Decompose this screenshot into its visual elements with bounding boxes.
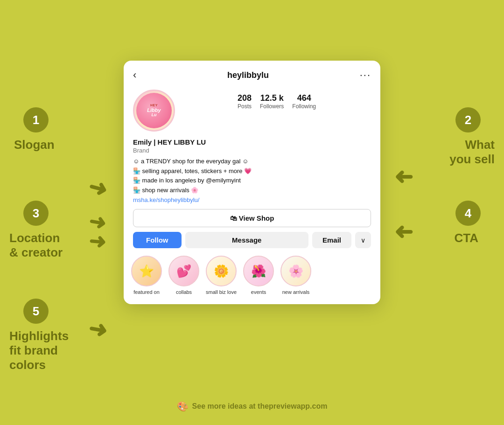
action-buttons: Follow Message Email ∨: [133, 232, 371, 248]
posts-label: Posts: [238, 103, 252, 110]
cta-label: CTA: [454, 231, 478, 245]
slogan-label: Slogan: [14, 138, 55, 152]
avatar: HEY Libby Lu: [133, 90, 175, 132]
bio-name: Emily | HEY LIBBY LU: [133, 138, 371, 146]
bio-line-1: ☺ a TRENDY shop for the everyday gal ☺: [133, 157, 371, 166]
phone-mockup: ‹ heylibbylu ··· HEY Libby Lu 208 Posts …: [124, 61, 380, 304]
bio-line-3: 🏪 made in los angeles by @emilymyint: [133, 176, 371, 185]
bottom-credit-text: See more ideas at thepreviewapp.com: [192, 402, 328, 411]
stat-posts: 208 Posts: [238, 93, 252, 110]
profile-username: heylibbylu: [227, 70, 269, 80]
badge-3: 3: [23, 201, 49, 226]
more-options-button[interactable]: ···: [360, 69, 371, 81]
highlight-smallbiz-circle: 🌼: [206, 256, 237, 286]
back-button[interactable]: ‹: [133, 69, 136, 81]
arrow-4-icon: ➜: [394, 218, 413, 244]
highlight-featured-on-label: featured on: [133, 289, 160, 295]
highlight-small-biz-love[interactable]: 🌼 small biz love: [206, 256, 237, 295]
highlight-smallbiz-label: small biz love: [206, 289, 237, 295]
phone-topbar: ‹ heylibbylu ···: [124, 61, 380, 86]
profile-section: HEY Libby Lu 208 Posts 12.5 k Followers …: [124, 86, 380, 137]
bio-line-4: 🏪 shop new arrivals 🌸: [133, 186, 371, 195]
stat-followers: 12.5 k Followers: [260, 93, 284, 110]
followers-count: 12.5 k: [260, 93, 284, 103]
posts-count: 208: [238, 93, 252, 103]
badge-4: 4: [455, 201, 481, 226]
view-shop-button[interactable]: 🛍 View Shop: [133, 209, 371, 227]
bio-section: Emily | HEY LIBBY LU Brand ☺ a TRENDY sh…: [124, 137, 380, 209]
arrow-1-icon: ➜: [85, 173, 110, 203]
followers-label: Followers: [260, 103, 284, 110]
highlight-featured-on[interactable]: ⭐ featured on: [131, 256, 162, 295]
more-button[interactable]: ∨: [355, 232, 371, 248]
bio-line-2: 🏪 selling apparel, totes, stickers + mor…: [133, 167, 371, 176]
following-label: Following: [292, 103, 316, 110]
highlight-collabs[interactable]: 💕 collabs: [168, 256, 199, 295]
email-button[interactable]: Email: [312, 232, 351, 248]
badge-1: 1: [23, 107, 49, 132]
message-button[interactable]: Message: [185, 232, 308, 248]
highlights-section: ⭐ featured on 💕 collabs 🌼 small biz love…: [124, 256, 380, 304]
highlight-newarrivals-circle: 🌸: [280, 256, 311, 286]
highlight-collabs-label: collabs: [176, 289, 192, 295]
arrow-2-icon: ➜: [394, 163, 413, 189]
badge-5: 5: [23, 299, 49, 324]
following-count: 464: [297, 93, 311, 103]
highlight-events[interactable]: 🌺 events: [243, 256, 274, 295]
rainbow-icon: 🎨: [177, 401, 189, 412]
highlight-collabs-circle: 💕: [168, 256, 199, 286]
whatyousell-label: Whatyou sell: [411, 138, 495, 167]
highlight-featured-on-circle: ⭐: [131, 256, 162, 286]
highlight-events-label: events: [251, 289, 266, 295]
bio-link[interactable]: msha.ke/shopheylibbylu/: [133, 196, 371, 203]
bottom-credit: 🎨 See more ideas at thepreviewapp.com: [177, 401, 328, 412]
highlight-newarrivals-label: new arrivals: [282, 289, 310, 295]
highlight-events-circle: 🌺: [243, 256, 274, 286]
bio-category: Brand: [133, 147, 371, 154]
badge-2: 2: [455, 107, 481, 132]
highlight-new-arrivals[interactable]: 🌸 new arrivals: [280, 256, 311, 295]
arrow-3b-icon: ➜: [88, 229, 107, 254]
stats-row: 208 Posts 12.5 k Followers 464 Following: [182, 90, 371, 110]
stat-following: 464 Following: [292, 93, 316, 110]
follow-button[interactable]: Follow: [133, 232, 182, 248]
